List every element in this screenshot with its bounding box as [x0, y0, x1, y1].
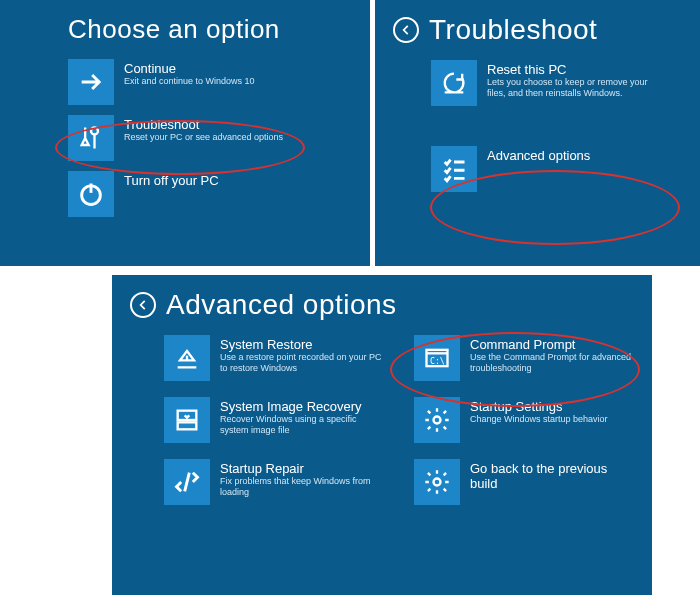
option-subtitle: Use the Command Prompt for advanced trou…	[470, 352, 634, 374]
option-advanced[interactable]: Advanced options	[431, 144, 682, 194]
svg-text:C:\: C:\	[430, 356, 445, 366]
gear-icon	[414, 397, 460, 443]
option-troubleshoot[interactable]: Troubleshoot Reset your PC or see advanc…	[68, 113, 352, 163]
back-button[interactable]	[393, 17, 419, 43]
option-title: Advanced options	[487, 148, 590, 163]
option-title: Startup Settings	[470, 399, 608, 414]
option-startup-repair[interactable]: Startup Repair Fix problems that keep Wi…	[164, 457, 384, 507]
option-subtitle: Recover Windows using a specific system …	[220, 414, 384, 436]
advanced-options-panel: Advanced options System Restore Use a re…	[112, 275, 652, 595]
arrow-right-icon	[68, 59, 114, 105]
option-turn-off[interactable]: Turn off your PC	[68, 169, 352, 219]
svg-rect-2	[178, 422, 197, 429]
option-title: Command Prompt	[470, 337, 634, 352]
option-title: Continue	[124, 61, 255, 76]
page-title: Troubleshoot	[429, 14, 597, 46]
option-previous-build[interactable]: Go back to the previous build	[414, 457, 634, 507]
option-title: Reset this PC	[487, 62, 667, 77]
power-icon	[68, 171, 114, 217]
option-reset-pc[interactable]: Reset this PC Lets you choose to keep or…	[431, 58, 682, 108]
restore-icon	[164, 335, 210, 381]
option-title: System Image Recovery	[220, 399, 384, 414]
option-title: Startup Repair	[220, 461, 384, 476]
option-continue[interactable]: Continue Exit and continue to Windows 10	[68, 57, 352, 107]
startup-repair-icon	[164, 459, 210, 505]
option-title: Go back to the previous build	[470, 461, 634, 491]
option-image-recovery[interactable]: System Image Recovery Recover Windows us…	[164, 395, 384, 445]
option-system-restore[interactable]: System Restore Use a restore point recor…	[164, 333, 384, 383]
option-startup-settings[interactable]: Startup Settings Change Windows startup …	[414, 395, 634, 445]
troubleshoot-panel: Troubleshoot Reset this PC Lets you choo…	[375, 0, 700, 266]
gear-icon	[414, 459, 460, 505]
option-command-prompt[interactable]: C:\ Command Prompt Use the Command Promp…	[414, 333, 634, 383]
reset-icon	[431, 60, 477, 106]
command-prompt-icon: C:\	[414, 335, 460, 381]
option-subtitle: Reset your PC or see advanced options	[124, 132, 283, 143]
tools-icon	[68, 115, 114, 161]
checklist-icon	[431, 146, 477, 192]
option-subtitle: Change Windows startup behavior	[470, 414, 608, 425]
svg-point-5	[434, 417, 441, 424]
option-title: Turn off your PC	[124, 173, 219, 188]
svg-point-6	[434, 479, 441, 486]
option-title: Troubleshoot	[124, 117, 283, 132]
page-title: Advanced options	[166, 289, 397, 321]
option-subtitle: Use a restore point recorded on your PC …	[220, 352, 384, 374]
image-recovery-icon	[164, 397, 210, 443]
option-subtitle: Exit and continue to Windows 10	[124, 76, 255, 87]
option-subtitle: Lets you choose to keep or remove your f…	[487, 77, 667, 99]
back-button[interactable]	[130, 292, 156, 318]
page-title: Choose an option	[68, 14, 280, 45]
choose-option-panel: Choose an option Continue Exit and conti…	[0, 0, 370, 266]
option-title: System Restore	[220, 337, 384, 352]
option-subtitle: Fix problems that keep Windows from load…	[220, 476, 384, 498]
